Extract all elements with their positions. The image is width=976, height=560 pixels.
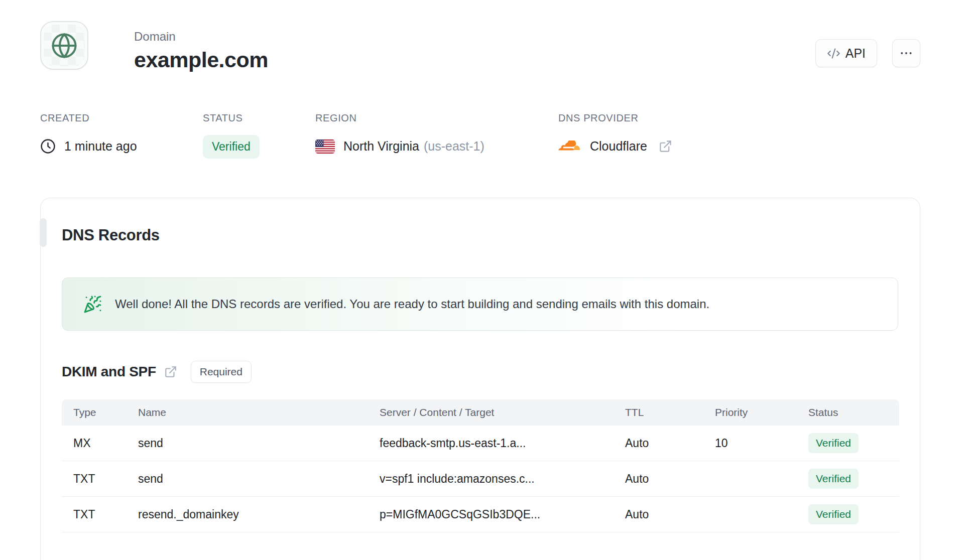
page-header: Domain example.com API <box>0 0 976 72</box>
col-header-type: Type <box>73 406 138 418</box>
meta-status: STATUS Verified <box>203 112 315 159</box>
record-status-badge: Verified <box>808 504 859 524</box>
dns-provider-label: DNS PROVIDER <box>558 112 672 124</box>
record-priority: 10 <box>715 437 808 450</box>
record-status-badge: Verified <box>808 469 859 489</box>
region-label: REGION <box>315 112 558 124</box>
dns-provider-value: Cloudflare <box>590 139 647 154</box>
meta-created: CREATED 1 minute ago <box>40 112 203 159</box>
dns-records-table: Type Name Server / Content / Target TTL … <box>62 399 899 532</box>
more-options-button[interactable] <box>892 39 920 67</box>
clock-icon <box>40 138 56 154</box>
record-content: feedback-smtp.us-east-1.a... <box>380 437 625 450</box>
api-button-label: API <box>845 46 866 61</box>
record-content: p=MIGfMA0GCSqGSIb3DQE... <box>380 508 625 521</box>
record-name: send <box>138 472 380 486</box>
party-popper-icon <box>83 295 102 314</box>
domain-avatar <box>40 21 88 70</box>
status-label: STATUS <box>203 112 315 124</box>
record-type: MX <box>73 437 138 450</box>
table-row[interactable]: TXT send v=spf1 include:amazonses.c... A… <box>62 461 899 497</box>
dns-records-card: DNS Records Well done! All the DNS recor… <box>40 198 920 560</box>
domain-meta-row: CREATED 1 minute ago STATUS Verified REG… <box>0 112 976 159</box>
region-value: North Virginia <box>343 139 419 153</box>
region-code: (us-east-1) <box>424 139 484 153</box>
api-button[interactable]: API <box>815 39 877 67</box>
header-actions: API <box>815 21 920 67</box>
dns-records-title: DNS Records <box>62 226 898 244</box>
record-content: v=spf1 include:amazonses.c... <box>380 472 625 486</box>
us-flag-icon <box>315 139 335 154</box>
record-ttl: Auto <box>625 472 715 486</box>
record-name: resend._domainkey <box>138 508 380 521</box>
record-type: TXT <box>73 508 138 521</box>
record-status-badge: Verified <box>808 433 859 453</box>
table-row[interactable]: MX send feedback-smtp.us-east-1.a... Aut… <box>62 426 899 461</box>
record-type: TXT <box>73 472 138 486</box>
success-banner-message: Well done! All the DNS records are verif… <box>115 297 709 311</box>
globe-icon <box>51 32 78 59</box>
required-badge: Required <box>191 361 252 383</box>
page-kicker: Domain <box>134 30 268 44</box>
created-value: 1 minute ago <box>64 139 137 154</box>
ellipsis-icon <box>900 47 913 60</box>
record-ttl: Auto <box>625 508 715 521</box>
domain-details-page: Domain example.com API <box>0 0 976 560</box>
card-side-indicator <box>40 218 47 247</box>
code-icon <box>827 47 840 60</box>
col-header-status: Status <box>808 406 899 418</box>
table-row[interactable]: TXT resend._domainkey p=MIGfMA0GCSqGSIb3… <box>62 497 899 532</box>
col-header-ttl: TTL <box>625 406 715 418</box>
external-link-icon[interactable] <box>659 139 672 153</box>
col-header-name: Name <box>138 406 380 418</box>
dkim-external-link-icon[interactable] <box>164 365 177 378</box>
meta-region: REGION <box>315 112 558 159</box>
page-title: example.com <box>134 48 268 72</box>
table-header-row: Type Name Server / Content / Target TTL … <box>62 399 899 426</box>
dkim-spf-section-header: DKIM and SPF Required <box>62 361 898 383</box>
col-header-content: Server / Content / Target <box>380 406 625 418</box>
meta-dns-provider: DNS PROVIDER Cloudflare <box>558 112 672 159</box>
created-label: CREATED <box>40 112 203 124</box>
success-banner: Well done! All the DNS records are verif… <box>62 277 898 331</box>
col-header-priority: Priority <box>715 406 808 418</box>
record-ttl: Auto <box>625 437 715 450</box>
title-block: Domain example.com <box>134 21 268 72</box>
cloudflare-icon <box>558 141 581 153</box>
dkim-spf-title: DKIM and SPF <box>62 364 156 380</box>
status-badge: Verified <box>203 135 260 159</box>
record-name: send <box>138 437 380 450</box>
